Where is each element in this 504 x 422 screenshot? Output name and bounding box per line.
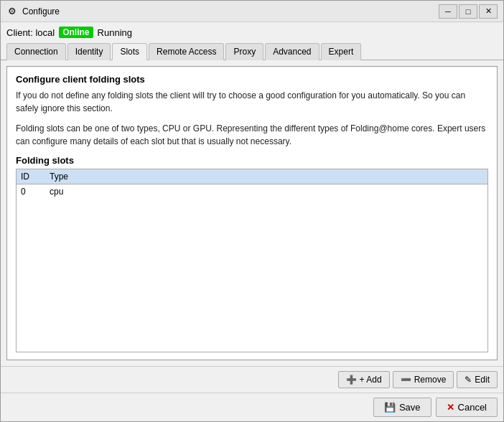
slots-table-body: 0 cpu [17, 184, 487, 352]
footer-bar: 💾 Save ✕ Cancel [1, 393, 503, 421]
status-badge: Online [59, 27, 93, 38]
row-type: cpu [45, 184, 487, 199]
add-icon: ➕ [346, 375, 357, 385]
tab-identity[interactable]: Identity [67, 43, 111, 60]
edit-button[interactable]: ✎ Edit [457, 371, 498, 388]
panel-title: Configure client folding slots [16, 74, 488, 85]
action-buttons-bar: ➕ + Add ➖ Remove ✎ Edit [1, 366, 503, 393]
tab-connection[interactable]: Connection [6, 43, 66, 60]
running-label: Running [98, 27, 132, 38]
tabs-bar: Connection Identity Slots Remote Access … [1, 42, 503, 60]
window-controls: ─ □ ✕ [439, 4, 498, 19]
slots-table: ID Type 0 cpu [16, 169, 488, 352]
edit-label: Edit [475, 375, 490, 385]
main-window: ⚙ Configure ─ □ ✕ Client: local Online R… [0, 0, 504, 422]
table-row[interactable]: 0 cpu [17, 184, 487, 199]
add-label: + Add [360, 375, 382, 385]
close-button[interactable]: ✕ [479, 4, 498, 19]
cancel-icon: ✕ [447, 402, 454, 413]
slots-table-header: ID Type [17, 169, 487, 184]
save-label: Save [399, 402, 421, 413]
slots-section-title: Folding slots [16, 155, 488, 166]
save-icon: 💾 [384, 402, 396, 413]
app-icon: ⚙ [6, 6, 18, 17]
tab-advanced[interactable]: Advanced [265, 43, 319, 60]
tab-slots[interactable]: Slots [112, 43, 147, 60]
col-id: ID [17, 169, 45, 184]
row-id: 0 [17, 184, 45, 199]
remove-icon: ➖ [401, 375, 411, 385]
panel: Configure client folding slots If you do… [6, 66, 498, 360]
tab-expert[interactable]: Expert [321, 43, 362, 60]
window-title: Configure [22, 6, 439, 17]
client-label: Client: local [6, 27, 55, 38]
panel-desc1: If you do not define any folding slots t… [16, 89, 488, 115]
cancel-label: Cancel [458, 402, 487, 413]
cancel-button[interactable]: ✕ Cancel [436, 398, 498, 417]
edit-icon: ✎ [465, 375, 472, 385]
remove-button[interactable]: ➖ Remove [393, 371, 454, 388]
maximize-button[interactable]: □ [459, 4, 477, 19]
add-button[interactable]: ➕ + Add [338, 371, 390, 388]
tab-proxy[interactable]: Proxy [225, 43, 263, 60]
minimize-button[interactable]: ─ [439, 4, 457, 19]
folding-slots-section: Folding slots ID Type 0 cpu [16, 155, 488, 352]
client-bar: Client: local Online Running [1, 22, 503, 42]
save-button[interactable]: 💾 Save [373, 398, 431, 417]
content-area: Configure client folding slots If you do… [1, 60, 503, 366]
remove-label: Remove [414, 375, 447, 385]
title-bar: ⚙ Configure ─ □ ✕ [1, 1, 503, 22]
tab-remote-access[interactable]: Remote Access [149, 43, 224, 60]
col-type: Type [45, 169, 487, 184]
panel-desc2: Folding slots can be one of two types, C… [16, 122, 488, 148]
